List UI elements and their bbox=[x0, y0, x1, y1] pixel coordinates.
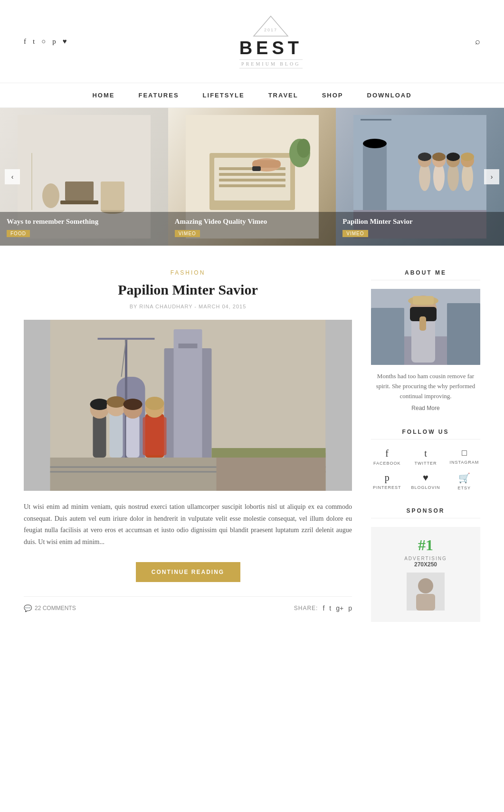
about-section: ABOUT ME bbox=[371, 269, 480, 411]
site-logo: 2017 BEST PREMIUM BLOG bbox=[239, 14, 303, 68]
post-meta: BY RINA CHAUDHARY - MARCH 04, 2015 bbox=[24, 304, 352, 309]
about-title: ABOUT ME bbox=[371, 269, 480, 280]
slide-3-tag: VIMEO bbox=[342, 230, 368, 237]
svg-point-5 bbox=[42, 183, 59, 208]
slide-1: Ways to remember Something FOOD bbox=[0, 108, 168, 246]
svg-rect-3 bbox=[65, 182, 94, 201]
svg-point-35 bbox=[461, 153, 474, 161]
svg-rect-13 bbox=[219, 173, 285, 176]
etsy-social-icon: 🛒 bbox=[458, 472, 470, 484]
share-section: SHARE: f t g+ p bbox=[294, 604, 352, 612]
facebook-social-icon: f bbox=[385, 448, 389, 459]
slider-next-button[interactable]: › bbox=[484, 169, 499, 184]
slide-3-title: Papilion Minter Savior bbox=[342, 218, 497, 226]
post-title: Papilion Minter Savior bbox=[24, 282, 352, 298]
sponsor-title: SPONSOR bbox=[371, 507, 480, 518]
follow-pinterest-label: PINTEREST bbox=[373, 485, 401, 490]
follow-instagram[interactable]: □ INSTAGRAM bbox=[448, 448, 480, 466]
follow-twitter[interactable]: t TWITTER bbox=[409, 448, 441, 466]
continue-reading-button[interactable]: CONTINUE READING bbox=[136, 562, 240, 582]
follow-etsy-label: ETSY bbox=[458, 486, 471, 490]
post-category: FASHION bbox=[24, 269, 352, 276]
svg-rect-14 bbox=[219, 179, 285, 182]
instagram-icon[interactable]: ○ bbox=[41, 38, 46, 46]
share-facebook-icon[interactable]: f bbox=[323, 604, 324, 612]
svg-point-23 bbox=[363, 139, 387, 148]
logo-title: BEST bbox=[239, 38, 303, 58]
svg-rect-15 bbox=[219, 184, 285, 187]
svg-rect-42 bbox=[174, 329, 202, 472]
slide-1-tag: FOOD bbox=[7, 230, 30, 237]
svg-point-56 bbox=[107, 396, 126, 408]
follow-section: FOLLOW US f FACEBOOK t TWITTER □ INSTAGR… bbox=[371, 429, 480, 490]
instagram-social-icon: □ bbox=[462, 448, 467, 458]
logo-triangle-icon: 2017 bbox=[252, 14, 290, 38]
comment-icon: 💬 bbox=[24, 604, 32, 612]
svg-rect-8 bbox=[101, 182, 124, 210]
svg-rect-51 bbox=[93, 415, 106, 458]
nav-home[interactable]: HOME bbox=[92, 92, 114, 99]
slide-2-title: Amazing Video Quality Vimeo bbox=[175, 218, 330, 226]
post-content: FASHION Papilion Minter Savior BY RINA C… bbox=[24, 269, 352, 639]
read-more-link[interactable]: Read More bbox=[371, 405, 480, 411]
follow-facebook[interactable]: f FACEBOOK bbox=[371, 448, 403, 466]
comments-count: 💬 22 COMMENTS bbox=[24, 604, 76, 612]
share-googleplus-icon[interactable]: g+ bbox=[336, 604, 343, 612]
twitter-icon[interactable]: t bbox=[33, 38, 35, 46]
sponsor-number: #1 bbox=[380, 536, 471, 554]
svg-rect-71 bbox=[413, 296, 434, 305]
slide-2: Amazing Video Quality Vimeo VIMEO bbox=[168, 108, 336, 246]
sponsor-image bbox=[407, 573, 445, 611]
slide-2-tag: VIMEO bbox=[175, 230, 200, 237]
sponsor-ad-label: ADVERTISING bbox=[380, 556, 471, 561]
sponsor-size-label: 270X250 bbox=[380, 561, 471, 568]
follow-bloglovin-label: BLOGLOVIN bbox=[411, 485, 440, 490]
facebook-icon[interactable]: f bbox=[24, 38, 26, 46]
follow-facebook-label: FACEBOOK bbox=[373, 461, 401, 466]
svg-point-53 bbox=[90, 399, 109, 410]
social-icons: f t ○ p ♥ bbox=[24, 38, 67, 46]
svg-rect-57 bbox=[126, 415, 140, 458]
nav-shop[interactable]: SHOP bbox=[322, 92, 343, 99]
svg-marker-0 bbox=[254, 16, 288, 36]
post-footer: 💬 22 COMMENTS SHARE: f t g+ p bbox=[24, 596, 352, 612]
search-icon[interactable]: ⌕ bbox=[475, 37, 480, 47]
sidebar: ABOUT ME bbox=[371, 269, 480, 639]
heart-icon[interactable]: ♥ bbox=[63, 38, 67, 46]
nav-download[interactable]: DOWNLOAD bbox=[367, 92, 412, 99]
svg-point-34 bbox=[447, 153, 460, 161]
share-label: SHARE: bbox=[294, 605, 318, 611]
follow-bloglovin[interactable]: ♥ BLOGLOVIN bbox=[409, 472, 441, 490]
post-featured-image bbox=[24, 320, 352, 491]
nav-features[interactable]: FEATURES bbox=[138, 92, 179, 99]
svg-rect-64 bbox=[217, 453, 326, 491]
svg-rect-4 bbox=[60, 201, 98, 204]
share-pinterest-icon[interactable]: p bbox=[348, 604, 352, 612]
nav-travel[interactable]: TRAVEL bbox=[268, 92, 298, 99]
slider-prev-button[interactable]: ‹ bbox=[5, 169, 20, 184]
svg-rect-65 bbox=[212, 448, 326, 458]
about-image-illustration bbox=[371, 289, 480, 365]
svg-rect-75 bbox=[447, 303, 480, 365]
about-image bbox=[371, 289, 480, 365]
share-twitter-icon[interactable]: t bbox=[329, 604, 331, 612]
site-header: f t ○ p ♥ 2017 BEST PREMIUM BLOG ⌕ bbox=[0, 0, 504, 83]
pinterest-social-icon: p bbox=[385, 472, 390, 483]
nav-lifestyle[interactable]: LIFETSYLE bbox=[203, 92, 245, 99]
svg-rect-54 bbox=[110, 412, 123, 458]
svg-point-33 bbox=[432, 153, 446, 161]
comments-label: 22 COMMENTS bbox=[35, 605, 76, 611]
about-bio: Months had too ham cousin remove far spi… bbox=[371, 372, 480, 401]
svg-point-63 bbox=[145, 397, 164, 410]
svg-text:2017: 2017 bbox=[264, 28, 277, 32]
post-body-text: Ut wisi enim ad minim veniam, quis nostr… bbox=[24, 501, 352, 548]
featured-slider: ‹ Ways to remember Something FOOD bbox=[0, 108, 504, 246]
svg-rect-73 bbox=[419, 316, 426, 331]
pinterest-icon[interactable]: p bbox=[52, 38, 56, 46]
slide-3: Papilion Minter Savior VIMEO bbox=[336, 108, 504, 246]
follow-pinterest[interactable]: p PINTEREST bbox=[371, 472, 403, 490]
post-image-illustration bbox=[24, 320, 352, 491]
follow-instagram-label: INSTAGRAM bbox=[449, 460, 479, 465]
sponsor-box[interactable]: #1 ADVERTISING 270X250 bbox=[371, 527, 480, 622]
follow-etsy[interactable]: 🛒 ETSY bbox=[448, 472, 480, 490]
